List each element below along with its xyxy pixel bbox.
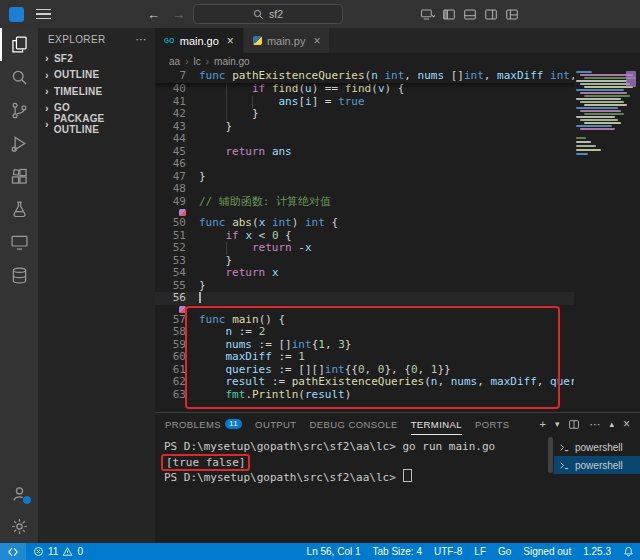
code-line[interactable]: 53 } — [155, 255, 640, 268]
line-number[interactable]: 42 — [155, 108, 199, 121]
activity-search-icon[interactable] — [0, 61, 38, 94]
code-line[interactable]: 42 } — [155, 108, 640, 121]
code-lines[interactable]: 40 if find(u) == find(v) {41 ans[i] = tr… — [155, 83, 640, 412]
split-terminal-icon[interactable] — [568, 419, 580, 430]
status-item-signed-out[interactable]: Signed out — [517, 546, 577, 557]
code-line[interactable]: 48 — [155, 183, 640, 196]
code-line[interactable]: 55} — [155, 280, 640, 293]
menu-icon[interactable] — [36, 9, 51, 20]
code-line[interactable]: 57func main() { — [155, 314, 640, 327]
code-line[interactable]: 40 if find(u) == find(v) { — [155, 83, 640, 96]
terminal-profile-dropdown-icon[interactable]: ▾ — [555, 419, 560, 429]
breadcrumb-item-aa[interactable]: aa — [169, 56, 180, 67]
line-number[interactable]: 60 — [155, 351, 199, 364]
minimap[interactable] — [574, 69, 640, 412]
activity-accounts-icon[interactable] — [0, 477, 38, 510]
panel-more-actions-icon[interactable]: ⋯ — [589, 418, 600, 431]
sidebar-section-sf2[interactable]: ›SF2 — [38, 50, 155, 67]
customize-layout-icon[interactable] — [505, 8, 519, 21]
status-item-utf-8[interactable]: UTF-8 — [428, 546, 468, 557]
terminal-item-powershell[interactable]: powershell — [554, 456, 640, 474]
terminal-scrollbar[interactable] — [546, 435, 554, 543]
code-line[interactable]: 60 maxDiff := 1 — [155, 351, 640, 364]
maximize-panel-icon[interactable]: ▴ — [609, 419, 614, 429]
code-line[interactable]: 45 return ans — [155, 146, 640, 159]
toggle-secondary-sidebar-icon[interactable] — [484, 8, 498, 21]
problems-status[interactable]: 11 0 — [33, 546, 83, 557]
line-number[interactable]: 58 — [155, 326, 199, 339]
line-number[interactable]: 52 — [155, 242, 199, 255]
code-line[interactable]: 44 — [155, 133, 640, 146]
notifications-bell-icon[interactable] — [617, 546, 640, 557]
command-center-search[interactable]: sf2 — [193, 4, 343, 24]
breadcrumb-item-main-go[interactable]: main.go — [214, 56, 250, 67]
activity-remote-explorer-icon[interactable] — [0, 226, 38, 259]
breadcrumb-item-lc[interactable]: lc — [193, 56, 200, 67]
line-number[interactable]: 54 — [155, 267, 199, 280]
close-panel-icon[interactable]: × — [623, 417, 630, 431]
code-line[interactable]: 50func abs(x int) int { — [155, 217, 640, 230]
code-line[interactable]: 49// 辅助函数: 计算绝对值 — [155, 196, 640, 209]
code-line[interactable]: 62 result := pathExistenceQueries(n, num… — [155, 376, 640, 389]
terminal-scrollbar-thumb[interactable] — [548, 437, 553, 473]
sticky-scroll-line[interactable]: 7 func pathExistenceQueries(n int, nums … — [155, 69, 640, 83]
code-line[interactable]: 56 — [155, 292, 640, 305]
code-line[interactable]: 51 if x < 0 { — [155, 230, 640, 243]
panel-tab-output[interactable]: OUTPUT — [255, 413, 296, 435]
sidebar-section-package-outline[interactable]: ›PACKAGE OUTLINE — [38, 116, 155, 133]
close-icon[interactable]: × — [313, 34, 320, 48]
forward-icon[interactable]: → — [172, 7, 185, 22]
code-line[interactable]: 47} — [155, 171, 640, 184]
activity-database-icon[interactable] — [0, 259, 38, 292]
line-number[interactable]: 50 — [155, 217, 199, 230]
status-item-ln-56-col-1[interactable]: Ln 56, Col 1 — [301, 546, 367, 557]
code-line[interactable]: 63 fmt.Println(result) — [155, 389, 640, 402]
new-terminal-icon[interactable]: + — [539, 418, 545, 430]
codelens-decoration-icon[interactable] — [179, 306, 186, 313]
line-number[interactable]: 48 — [155, 183, 199, 196]
status-item-go[interactable]: Go — [492, 546, 517, 557]
sidebar-section-outline[interactable]: ›OUTLINE — [38, 67, 155, 84]
panel-tab-problems[interactable]: PROBLEMS11 — [165, 413, 242, 435]
code-line[interactable]: 59 nums := []int{1, 3} — [155, 339, 640, 352]
activity-run-debug-icon[interactable] — [0, 127, 38, 160]
status-item-lf[interactable]: LF — [468, 546, 492, 557]
activity-extensions-icon[interactable] — [0, 160, 38, 193]
terminal-item-powershell[interactable]: powershell — [554, 438, 640, 456]
close-icon[interactable]: × — [227, 34, 234, 48]
activity-testing-icon[interactable] — [0, 193, 38, 226]
back-icon[interactable]: ← — [147, 7, 160, 22]
line-number[interactable]: 46 — [155, 158, 199, 171]
activity-explorer-icon[interactable] — [0, 28, 38, 61]
tab-main-py[interactable]: main.py× — [244, 28, 331, 53]
line-number[interactable]: 44 — [155, 133, 199, 146]
tab-main-go[interactable]: GOmain.go× — [155, 28, 244, 53]
line-number[interactable]: 63 — [155, 389, 199, 402]
terminal[interactable]: PS D:\mysetup\gopath\src\sf2\aa\lc> go r… — [155, 435, 546, 543]
line-number[interactable]: 40 — [155, 83, 199, 96]
code-line[interactable]: 61 queries := [][]int{{0, 0}, {0, 1}} — [155, 364, 640, 377]
line-number[interactable]: 49 — [155, 196, 199, 209]
code-editor[interactable]: 7 func pathExistenceQueries(n int, nums … — [155, 69, 640, 412]
line-number[interactable]: 56 — [155, 292, 199, 305]
code-line[interactable]: 46 — [155, 158, 640, 171]
sidebar-section-timeline[interactable]: ›TIMELINE — [38, 83, 155, 100]
panel-tab-terminal[interactable]: TERMINAL — [411, 413, 462, 435]
explorer-more-actions-icon[interactable]: ⋯ — [136, 33, 147, 46]
toggle-primary-sidebar-icon[interactable] — [442, 8, 456, 21]
code-line[interactable]: 43 } — [155, 121, 640, 134]
remote-indicator-icon[interactable] — [0, 543, 26, 560]
remote-window-icon[interactable] — [420, 8, 435, 21]
code-line[interactable]: 58 n := 2 — [155, 326, 640, 339]
toggle-panel-icon[interactable] — [463, 8, 477, 21]
code-line[interactable]: 54 return x — [155, 267, 640, 280]
line-number[interactable]: 62 — [155, 376, 199, 389]
codelens-decoration-icon[interactable] — [179, 209, 186, 216]
activity-settings-icon[interactable] — [0, 510, 38, 543]
code-line[interactable]: 41 ans[i] = true — [155, 96, 640, 109]
panel-tab-ports[interactable]: PORTS — [475, 413, 510, 435]
status-item-tab-size-4[interactable]: Tab Size: 4 — [367, 546, 428, 557]
code-line[interactable]: 52 return -x — [155, 242, 640, 255]
panel-tab-debug-console[interactable]: DEBUG CONSOLE — [310, 413, 398, 435]
status-item-1-25-3[interactable]: 1.25.3 — [577, 546, 617, 557]
